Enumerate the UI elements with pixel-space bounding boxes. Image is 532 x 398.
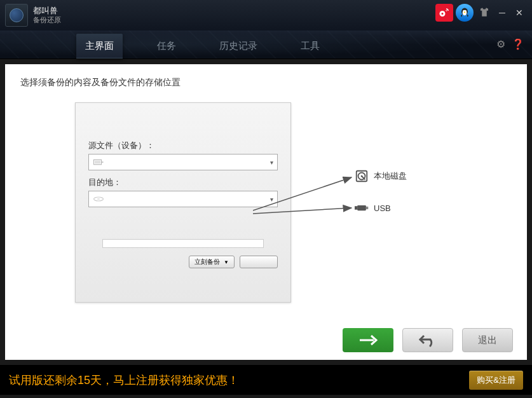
safe-icon [10,8,24,22]
svg-point-6 [464,11,466,13]
close-button[interactable]: ✕ [512,8,527,18]
trial-bar: 试用版还剩余15天，马上注册获得独家优惠！ 购买&注册 [0,365,532,395]
svg-rect-19 [357,205,366,210]
svg-rect-20 [366,207,368,209]
exit-label: 退出 [478,334,497,347]
panel-footer: 立刻备份 ▼ [88,256,278,268]
annotation-usb-label: USB [374,203,391,213]
annotation-local-disk-label: 本地磁盘 [374,170,407,182]
footer-buttons: 退出 [343,328,513,352]
annotation-usb: USB [355,201,391,215]
exit-button[interactable]: 退出 [462,328,513,352]
logo-area: 都叫兽 备份还原 [5,4,61,27]
trial-message: 试用版还剩余15天，马上注册获得独家优惠！ [9,373,239,388]
weibo-icon[interactable] [435,4,453,22]
tab-tasks[interactable]: 任务 [148,34,185,58]
undo-icon [419,333,437,347]
dest-combo[interactable]: ▾ [88,191,278,207]
header-right: ─ ✕ [435,4,527,22]
minimize-button[interactable]: ─ [495,8,509,18]
back-button[interactable] [402,328,453,352]
chevron-down-icon: ▾ [270,159,273,166]
chevron-down-icon: ▼ [224,259,229,265]
content-title: 选择须备份的内容及备份文件的存储位置 [20,77,512,88]
backup-now-button[interactable]: 立刻备份 ▼ [189,256,235,268]
tab-tools[interactable]: 工具 [292,34,329,58]
svg-point-5 [465,10,467,11]
app-subtitle: 备份还原 [33,15,61,25]
svg-rect-8 [95,161,100,164]
dest-label: 目的地： [88,177,278,188]
theme-icon[interactable] [476,8,493,18]
panel-button-2[interactable] [240,256,278,268]
tabs-right: ⚙ ❓ [496,38,524,50]
app-name: 都叫兽 [33,6,61,16]
svg-rect-9 [102,161,104,163]
next-button[interactable] [343,328,393,352]
hdd-icon [355,169,369,183]
tab-history[interactable]: 历史记录 [210,34,266,58]
chevron-down-icon: ▾ [270,196,273,203]
svg-point-4 [463,10,465,11]
qq-icon[interactable] [456,4,474,22]
buy-register-button[interactable]: 购买&注册 [469,371,523,390]
backup-now-label: 立刻备份 [194,257,220,266]
arrow-right-icon [358,334,378,346]
app-icon [5,4,28,27]
svg-rect-18 [355,206,357,210]
source-combo[interactable]: ▾ [88,154,278,170]
source-label: 源文件（设备）： [88,140,278,151]
tab-main[interactable]: 主界面 [76,34,123,58]
usb-icon [355,201,369,215]
svg-point-11 [97,198,100,200]
backup-panel: 源文件（设备）： ▾ 目的地： ▾ 立刻备份 ▼ [75,102,291,303]
progress-bar [102,239,263,248]
dest-disk-icon [93,195,104,203]
help-icon[interactable]: ❓ [512,38,524,50]
svg-point-1 [442,13,444,15]
annotation-local-disk: 本地磁盘 [355,169,407,183]
tab-bar: 主界面 任务 历史记录 工具 ⚙ ❓ [0,31,532,59]
source-device-icon [93,158,104,167]
content-panel: 选择须备份的内容及备份文件的存储位置 源文件（设备）： ▾ 目的地： ▾ 立刻备… [5,64,527,360]
settings-icon[interactable]: ⚙ [496,38,505,50]
title-bar: 都叫兽 备份还原 ─ ✕ [0,0,532,31]
